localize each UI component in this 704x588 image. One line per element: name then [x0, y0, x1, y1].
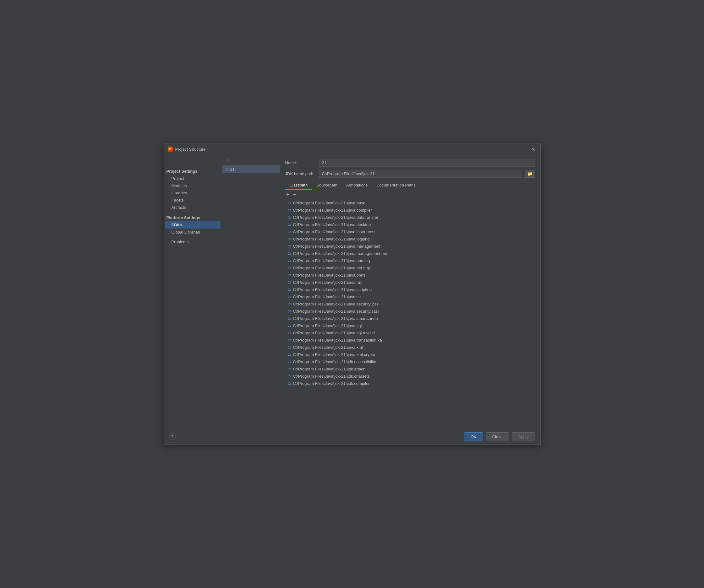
title-bar: IJ Project Structure ✕ [164, 144, 540, 155]
dialog-title: Project Structure [175, 147, 206, 152]
path-folder-icon: 🗂 [288, 309, 291, 313]
path-item: 🗂C:\Program Files\Java\jdk-21!\jdk.attac… [285, 366, 535, 373]
tab-sourcepath[interactable]: Sourcepath [312, 181, 342, 190]
project-structure-dialog: IJ Project Structure ✕ ← → Project Setti… [164, 143, 541, 445]
path-value: C:\Program Files\Java\jdk-21!\java.se [293, 295, 361, 299]
path-folder-icon: 🗂 [288, 352, 291, 356]
path-item: 🗂C:\Program Files\Java\jdk-21!\jdk.chars… [285, 373, 535, 380]
path-folder-icon: 🗂 [288, 324, 291, 327]
path-folder-icon: 🗂 [288, 201, 291, 205]
sidebar-separator [164, 211, 222, 213]
path-folder-icon: 🗂 [288, 273, 291, 277]
sdk-folder-icon: 🗂 [225, 167, 228, 172]
path-value: C:\Program Files\Java\jdk-21!\jdk.compil… [293, 381, 370, 386]
back-button[interactable]: ← [167, 159, 173, 165]
path-value: C:\Program Files\Java\jdk-21!\java.manag… [293, 244, 380, 249]
path-value: C:\Program Files\Java\jdk-21!\java.instr… [293, 230, 376, 234]
sdk-item-21[interactable]: 🗂 21 [222, 166, 280, 173]
browse-button[interactable]: 📁 [525, 170, 535, 178]
jdk-home-input[interactable] [319, 170, 522, 178]
sidebar-item-artifacts[interactable]: Artifacts [164, 204, 222, 211]
path-item: 🗂C:\Program Files\Java\jdk-21!\java.pref… [285, 272, 535, 279]
path-folder-icon: 🗂 [288, 215, 291, 219]
path-item: 🗂C:\Program Files\Java\jdk-21!\jdk.compi… [285, 380, 535, 387]
path-folder-icon: 🗂 [288, 302, 291, 306]
path-folder-icon: 🗂 [288, 381, 291, 385]
sidebar-item-problems[interactable]: Problems [164, 238, 222, 246]
name-input[interactable] [319, 159, 535, 167]
add-sdk-button[interactable]: + [225, 157, 230, 163]
path-item: 🗂C:\Program Files\Java\jdk-21!\java.inst… [285, 228, 535, 236]
sdk-panel: + − 🗂 21 [222, 155, 280, 429]
path-folder-icon: 🗂 [288, 230, 291, 234]
path-item: 🗂C:\Program Files\Java\jdk-21!\jdk.acces… [285, 358, 535, 366]
tab-annotations[interactable]: Annotations [342, 181, 372, 190]
path-item: 🗂C:\Program Files\Java\jdk-21!\java.desk… [285, 221, 535, 228]
name-label: Name: [285, 160, 317, 165]
sidebar-item-facets-label: Facets [172, 198, 184, 202]
path-value: C:\Program Files\Java\jdk-21!\jdk.charse… [293, 374, 370, 379]
path-value: C:\Program Files\Java\jdk-21!\java.sql [293, 323, 362, 328]
sidebar: ← → Project Settings Project Modules Lib… [164, 155, 222, 429]
close-button[interactable]: Close [486, 432, 509, 441]
close-dialog-button[interactable]: ✕ [530, 146, 537, 152]
path-item: 🗂C:\Program Files\Java\jdk-21!\java.nami… [285, 257, 535, 264]
sidebar-item-problems-label: Problems [172, 240, 189, 244]
sidebar-item-global-libraries-label: Global Libraries [172, 230, 200, 235]
path-folder-icon: 🗂 [288, 287, 291, 291]
path-folder-icon: 🗂 [288, 222, 291, 226]
path-value: C:\Program Files\Java\jdk-21!\java.namin… [293, 258, 370, 263]
sidebar-item-project[interactable]: Project [164, 175, 222, 182]
apply-button[interactable]: Apply [512, 432, 535, 441]
jdk-home-label: JDK home path: [285, 172, 317, 176]
path-item: 🗂C:\Program Files\Java\jdk-21!\java.scri… [285, 286, 535, 293]
path-folder-icon: 🗂 [288, 208, 291, 212]
sidebar-item-artifacts-label: Artifacts [172, 205, 186, 210]
path-folder-icon: 🗂 [288, 338, 291, 342]
path-item: 🗂C:\Program Files\Java\jdk-21!\java.secu… [285, 308, 535, 315]
path-folder-icon: 🗂 [288, 259, 291, 262]
path-value: C:\Program Files\Java\jdk-21!\java.smart… [293, 316, 378, 321]
sidebar-item-libraries-label: Libraries [172, 191, 187, 195]
path-value: C:\Program Files\Java\jdk-21!\java.trans… [293, 338, 382, 342]
path-item: 🗂C:\Program Files\Java\jdk-21!\java.tran… [285, 336, 535, 344]
sidebar-item-facets[interactable]: Facets [164, 197, 222, 204]
remove-sdk-button[interactable]: − [231, 157, 237, 163]
path-folder-icon: 🗂 [288, 237, 291, 241]
sidebar-item-sdks-label: SDKs [172, 222, 182, 227]
path-folder-icon: 🗂 [288, 345, 291, 349]
add-path-button[interactable]: + [285, 192, 291, 198]
path-item: 🗂C:\Program Files\Java\jdk-21!\java.secu… [285, 301, 535, 308]
path-item: 🗂C:\Program Files\Java\jdk-21!\java.mana… [285, 250, 535, 257]
path-item: 🗂C:\Program Files\Java\jdk-21!\java.xml.… [285, 351, 535, 358]
path-value: C:\Program Files\Java\jdk-21!\java.xml [293, 345, 363, 350]
main-content: + − 🗂 21 Name: [222, 155, 540, 429]
ok-button[interactable]: OK [464, 432, 483, 441]
path-value: C:\Program Files\Java\jdk-21!\jdk.access… [293, 360, 376, 364]
sidebar-item-sdks[interactable]: SDKs [165, 221, 221, 228]
path-value: C:\Program Files\Java\jdk-21!\java.rmi [293, 280, 362, 285]
help-button[interactable]: ? [169, 433, 176, 440]
tab-documentation-paths[interactable]: Documentation Paths [372, 181, 420, 190]
sidebar-item-libraries[interactable]: Libraries [164, 189, 222, 197]
remove-path-button[interactable]: − [292, 192, 297, 198]
sidebar-item-global-libraries[interactable]: Global Libraries [164, 228, 222, 236]
tabs-bar: Classpath Sourcepath Annotations Documen… [285, 181, 535, 190]
path-folder-icon: 🗂 [288, 360, 291, 364]
dialog-footer: ? OK Close Apply [164, 429, 540, 445]
path-value: C:\Program Files\Java\jdk-21!\java.deskt… [293, 222, 371, 227]
path-item: 🗂C:\Program Files\Java\jdk-21!\java.se [285, 293, 535, 301]
nav-row: ← → [164, 157, 222, 167]
sdk-list: 🗂 21 [222, 166, 280, 173]
forward-button[interactable]: → [174, 159, 180, 165]
sidebar-item-modules[interactable]: Modules [164, 182, 222, 189]
path-item: 🗂C:\Program Files\Java\jdk-21!\java.comp… [285, 207, 535, 214]
path-folder-icon: 🗂 [288, 367, 291, 371]
right-panel: Name: JDK home path: 📁 Classpath [280, 155, 540, 429]
tab-classpath[interactable]: Classpath [285, 181, 312, 190]
path-value: C:\Program Files\Java\jdk-21!\java.secur… [293, 302, 379, 307]
path-folder-icon: 🗂 [288, 295, 291, 299]
path-folder-icon: 🗂 [288, 374, 291, 378]
path-folder-icon: 🗂 [288, 331, 291, 335]
path-item: 🗂C:\Program Files\Java\jdk-21!\java.xml [285, 344, 535, 351]
